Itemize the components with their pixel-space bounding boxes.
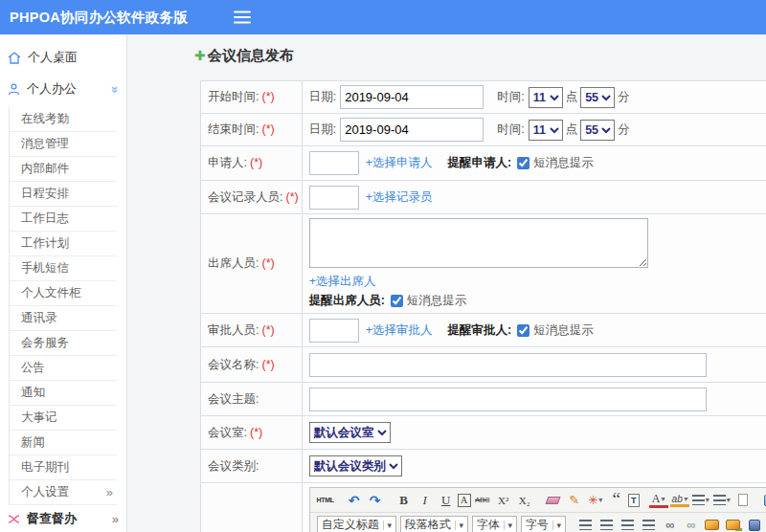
sidebar-item[interactable]: 内部邮件 bbox=[10, 157, 117, 182]
user-icon bbox=[8, 83, 20, 96]
choose-approver-link[interactable]: +选择审批人 bbox=[366, 322, 433, 339]
end-date-input[interactable] bbox=[340, 118, 484, 142]
undo-icon[interactable]: ↶ bbox=[345, 491, 364, 510]
sidebar-item[interactable]: 工作计划 bbox=[10, 232, 117, 256]
sidebar-item[interactable]: 公告 bbox=[10, 356, 117, 381]
field-label: 出席人员: bbox=[208, 256, 259, 270]
sidebar-item[interactable]: 新闻 bbox=[10, 431, 117, 455]
heading-style-select[interactable]: 自定义标题▾ bbox=[317, 516, 396, 532]
italic-icon[interactable]: I bbox=[416, 491, 435, 510]
underline-icon[interactable]: U bbox=[437, 491, 456, 510]
sidebar-item[interactable]: 个人设置» bbox=[10, 480, 117, 505]
minute-unit: 分 bbox=[618, 89, 630, 105]
fullscreen-icon[interactable] bbox=[762, 491, 766, 510]
format-brush-icon[interactable]: ✎ bbox=[565, 491, 584, 510]
sidebar-item[interactable]: 工作日志 bbox=[10, 207, 117, 232]
checkbox-label: 短消息提示 bbox=[533, 322, 594, 339]
sidebar-item-label: 工作日志 bbox=[21, 207, 69, 231]
dropdown-arrow-icon: ▾ bbox=[684, 495, 687, 503]
applicant-sms-checkbox[interactable] bbox=[517, 157, 529, 169]
sidebar-item[interactable]: 个人文件柜 bbox=[10, 281, 117, 306]
remind-label: 提醒出席人员: bbox=[309, 293, 385, 309]
align-left-icon[interactable] bbox=[576, 516, 596, 532]
strikethrough-icon[interactable]: ABC bbox=[473, 491, 492, 510]
choose-attendees-link[interactable]: +选择出席人 bbox=[309, 275, 376, 288]
image-icon[interactable] bbox=[703, 516, 722, 532]
font-color-icon[interactable]: A▾ bbox=[649, 493, 668, 508]
sidebar-item-supervise[interactable]: 督查督办 » bbox=[0, 505, 126, 532]
field-label: 会议类别: bbox=[208, 459, 259, 473]
sidebar-item[interactable]: 日程安排 bbox=[10, 182, 117, 207]
end-hour-select[interactable]: 11 bbox=[529, 120, 563, 141]
start-date-input[interactable] bbox=[340, 85, 484, 109]
sidebar-item-label: 通讯录 bbox=[21, 306, 57, 330]
field-label: 申请人: bbox=[208, 156, 247, 169]
field-label: 会议主题: bbox=[208, 392, 259, 406]
attendees-sms-checkbox[interactable] bbox=[391, 295, 403, 307]
superscript-icon[interactable]: X² bbox=[494, 491, 513, 510]
required-mark: (*) bbox=[261, 122, 274, 136]
highlight-color-icon[interactable]: ab▾ bbox=[670, 493, 689, 507]
meeting-type-select[interactable]: 默认会议类别 bbox=[309, 455, 402, 477]
sidebar-item[interactable]: 在线考勤 bbox=[10, 107, 117, 132]
remind-label: 提醒审批人: bbox=[448, 322, 512, 339]
dropdown-arrow-icon: ▾ bbox=[727, 496, 731, 504]
justify-icon[interactable] bbox=[640, 516, 659, 532]
sidebar-item-label: 通知 bbox=[21, 381, 45, 405]
approver-sms-checkbox[interactable] bbox=[517, 324, 529, 337]
paragraph-format-select[interactable]: 段落格式▾ bbox=[400, 516, 468, 532]
paste-word-icon[interactable]: T bbox=[628, 494, 640, 507]
redo-icon[interactable]: ↷ bbox=[366, 491, 385, 510]
choose-applicant-link[interactable]: +选择申请人 bbox=[366, 155, 433, 171]
end-minute-select[interactable]: 55 bbox=[580, 120, 615, 141]
sidebar-item[interactable]: 手机短信 bbox=[10, 256, 117, 281]
sidebar-item[interactable]: 消息管理 bbox=[10, 132, 117, 157]
sidebar-item-office[interactable]: 个人办公 » bbox=[0, 73, 126, 105]
minute-unit: 分 bbox=[618, 122, 630, 138]
font-block-icon[interactable]: A bbox=[458, 494, 471, 507]
unordered-list-icon[interactable]: ▾ bbox=[712, 491, 732, 510]
attendees-textarea[interactable] bbox=[309, 218, 648, 268]
meeting-room-select[interactable]: 默认会议室 bbox=[309, 422, 391, 443]
start-hour-select[interactable]: 11 bbox=[529, 87, 563, 108]
net-image-icon[interactable] bbox=[724, 516, 743, 532]
recorder-input[interactable] bbox=[309, 186, 359, 210]
sidebar-item[interactable]: 大事记 bbox=[10, 406, 117, 431]
sidebar-item-label: 个人设置 bbox=[21, 480, 69, 504]
html-source-icon[interactable]: HTML bbox=[316, 491, 335, 510]
link-icon[interactable]: ∞ bbox=[661, 516, 680, 532]
bold-icon[interactable]: B bbox=[394, 491, 414, 510]
sidebar-item[interactable]: 通讯录 bbox=[10, 306, 117, 331]
subscript-icon[interactable]: X₂ bbox=[515, 491, 534, 510]
hamburger-menu-icon[interactable] bbox=[234, 11, 251, 24]
blockquote-icon[interactable]: “ bbox=[607, 491, 626, 510]
applicant-input[interactable] bbox=[309, 151, 359, 175]
sidebar-item[interactable]: 电子期刊 bbox=[10, 455, 117, 480]
time-label: 时间: bbox=[497, 122, 524, 138]
page-title: ✚会议信息发布 bbox=[194, 47, 294, 65]
sidebar-item-desktop[interactable]: 个人桌面 bbox=[0, 42, 126, 73]
new-page-icon[interactable] bbox=[733, 491, 753, 510]
align-right-icon[interactable] bbox=[619, 516, 638, 532]
sidebar-item[interactable]: 会务服务 bbox=[10, 331, 117, 356]
unlink-icon[interactable]: ∞ bbox=[682, 516, 701, 532]
remove-format-icon[interactable] bbox=[544, 491, 563, 510]
font-size-select[interactable]: 字号▾ bbox=[521, 516, 566, 532]
quick-format-icon[interactable]: ✳▾ bbox=[586, 491, 605, 510]
ordered-list-icon[interactable]: ▾ bbox=[691, 491, 710, 510]
start-minute-select[interactable]: 55 bbox=[580, 87, 615, 108]
home-icon bbox=[8, 52, 21, 64]
required-mark: (*) bbox=[261, 90, 274, 103]
dropdown-arrow-icon: ▾ bbox=[598, 496, 602, 504]
meeting-name-input[interactable] bbox=[309, 353, 707, 377]
meeting-subject-input[interactable] bbox=[309, 388, 707, 411]
font-family-select[interactable]: 字体▾ bbox=[472, 516, 517, 532]
dropdown-arrow-icon: ▾ bbox=[455, 521, 467, 530]
approver-input[interactable] bbox=[309, 319, 359, 343]
choose-recorder-link[interactable]: +选择记录员 bbox=[366, 189, 433, 206]
required-mark: (*) bbox=[261, 256, 274, 270]
align-center-icon[interactable] bbox=[597, 516, 617, 532]
sidebar-item[interactable]: 通知 bbox=[10, 381, 117, 406]
sidebar-item-label: 新闻 bbox=[21, 431, 45, 454]
media-icon[interactable] bbox=[745, 516, 764, 532]
